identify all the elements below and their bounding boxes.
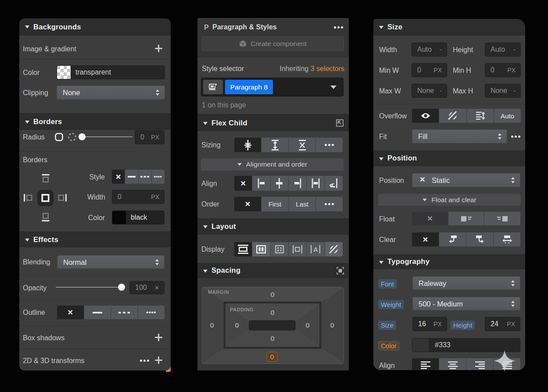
svg-text:0: 0 <box>270 353 274 360</box>
svg-text:0: 0 <box>306 321 310 329</box>
svg-text:0: 0 <box>330 321 334 329</box>
svg-text:0: 0 <box>271 335 275 342</box>
svg-text:MARGIN: MARGIN <box>208 289 229 295</box>
svg-text:0: 0 <box>210 321 214 329</box>
svg-text:A: A <box>314 246 319 253</box>
svg-text:0: 0 <box>271 291 275 298</box>
svg-text:0: 0 <box>235 321 239 329</box>
svg-text:0: 0 <box>271 309 275 316</box>
svg-text:PADDING: PADDING <box>230 307 254 312</box>
